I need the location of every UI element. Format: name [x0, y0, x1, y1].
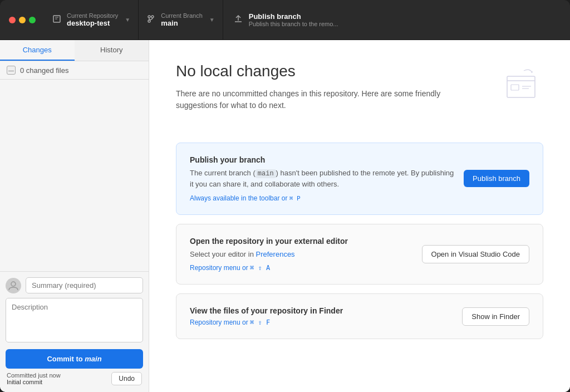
tab-history[interactable]: History [75, 40, 149, 61]
header-area: No local changes There are no uncommitte… [176, 62, 543, 127]
minimize-button[interactable] [19, 17, 26, 23]
intro-text: No local changes There are no uncommitte… [176, 62, 465, 127]
no-changes-desc: There are no uncommitted changes in this… [176, 88, 465, 111]
publish-sublabel: Publish this branch to the remo... [249, 21, 338, 27]
editor-card-body: Select your editor in Preferences [190, 249, 413, 260]
open-editor-button[interactable]: Open in Visual Studio Code [422, 245, 529, 263]
branch-chevron-icon: ▼ [209, 17, 215, 23]
svg-point-4 [148, 20, 150, 22]
publish-card-hint: Always available in the toolbar or ⌘ P [190, 194, 455, 202]
committed-message: Initial commit [7, 379, 61, 385]
traffic-lights [0, 17, 45, 23]
summary-row [6, 277, 143, 293]
committed-bar: Committed just now Initial commit Undo [6, 369, 143, 386]
repo-name: desktop-test [67, 19, 118, 27]
svg-rect-12 [511, 85, 519, 90]
publish-section[interactable]: Publish branch Publish this branch to th… [223, 0, 570, 40]
branch-icon [146, 14, 155, 26]
sidebar-bottom: Commit to main Committed just now Initia… [0, 271, 149, 392]
preferences-link[interactable]: Preferences [256, 250, 295, 258]
svg-point-9 [11, 282, 16, 286]
show-in-finder-button[interactable]: Show in Finder [462, 307, 529, 326]
publish-card-title: Publish your branch [190, 155, 455, 164]
editor-card-text: Open the repository in your external edi… [190, 237, 413, 272]
publish-card: Publish your branch The current branch (… [176, 143, 543, 215]
sidebar: Changes History — 0 changed files [0, 40, 149, 392]
repo-icon [52, 14, 61, 26]
app-window: Current Repository desktop-test ▼ Curren… [0, 0, 570, 392]
select-all-checkbox[interactable]: — [7, 66, 16, 75]
illustration-icon [499, 62, 543, 107]
file-list [0, 80, 149, 271]
publish-card-body: The current branch (main) hasn't been pu… [190, 168, 455, 190]
description-textarea[interactable] [6, 298, 143, 342]
editor-card-hint: Repository menu or ⌘ ⇧ A [190, 264, 413, 272]
close-button[interactable] [9, 17, 16, 23]
maximize-button[interactable] [29, 17, 36, 23]
summary-input[interactable] [26, 277, 143, 293]
finder-card: View the files of your repository in Fin… [176, 293, 543, 339]
finder-card-title: View the files of your repository in Fin… [190, 306, 453, 315]
changed-files-count: 0 changed files [20, 66, 68, 75]
editor-card: Open the repository in your external edi… [176, 224, 543, 285]
publish-branch-button[interactable]: Publish branch [464, 170, 529, 187]
editor-card-title: Open the repository in your external edi… [190, 237, 413, 246]
publish-label: Publish branch [249, 12, 338, 21]
undo-button[interactable]: Undo [111, 372, 142, 385]
finder-card-hint: Repository menu or ⌘ ⇧ F [190, 318, 453, 326]
title-bar: Current Repository desktop-test ▼ Curren… [0, 0, 570, 40]
tab-changes[interactable]: Changes [0, 40, 75, 61]
publish-icon [233, 14, 243, 26]
changed-files-bar: — 0 changed files [0, 61, 149, 80]
repo-chevron-icon: ▼ [125, 17, 130, 23]
commit-button[interactable]: Commit to main [6, 349, 143, 369]
publish-card-text: Publish your branch The current branch (… [190, 155, 455, 202]
committed-time: Committed just now [7, 372, 61, 379]
current-branch-section[interactable]: Current Branch main ▼ [139, 0, 223, 40]
branch-name: main [161, 19, 203, 27]
svg-point-5 [151, 16, 154, 18]
current-repo-section[interactable]: Current Repository desktop-test ▼ [45, 0, 139, 40]
main-area: Changes History — 0 changed files [0, 40, 570, 392]
svg-point-3 [148, 16, 150, 18]
repo-label: Current Repository [67, 12, 118, 19]
finder-card-text: View the files of your repository in Fin… [190, 306, 453, 326]
sidebar-tabs: Changes History [0, 40, 149, 61]
avatar [6, 278, 21, 293]
no-changes-title: No local changes [176, 62, 465, 80]
main-content: No local changes There are no uncommitte… [149, 40, 570, 392]
branch-label: Current Branch [161, 12, 203, 19]
